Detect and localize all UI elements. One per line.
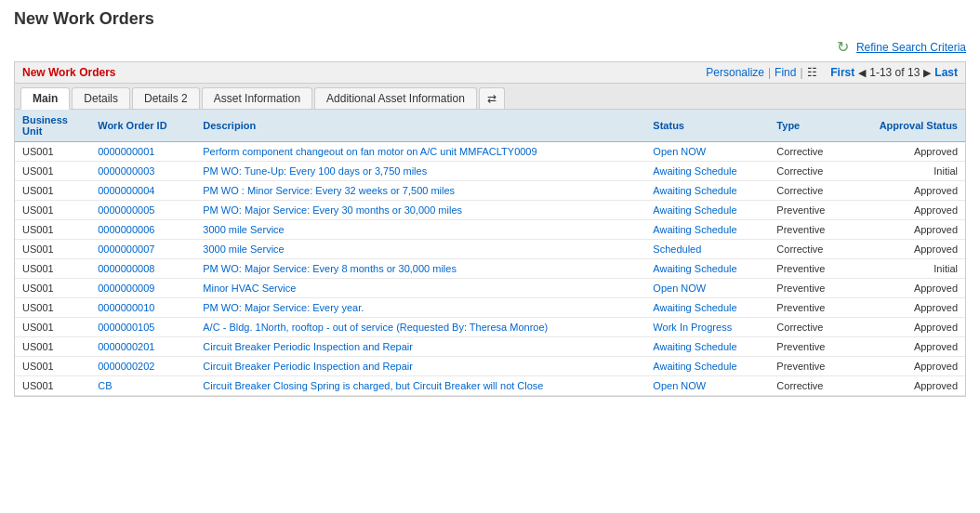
table-row: US0010000000201Circuit Breaker Periodic … — [15, 337, 965, 357]
description-link[interactable]: PM WO: Major Service: Every year. — [203, 302, 364, 313]
cell-type: Corrective — [769, 240, 848, 259]
grid-icon[interactable]: ☷ — [807, 66, 817, 79]
cell-description[interactable]: PM WO: Tune-Up: Every 100 days or 3,750 … — [195, 162, 645, 181]
work-order-id-link[interactable]: 0000000004 — [98, 185, 154, 196]
tab-asset-information[interactable]: Asset Information — [202, 87, 312, 109]
tab-additional-asset-information[interactable]: Additional Asset Information — [314, 87, 477, 109]
table-row: US0010000000009Minor HVAC ServiceOpen NO… — [15, 279, 965, 298]
table-row: US0010000000003PM WO: Tune-Up: Every 100… — [15, 162, 965, 181]
cell-type: Preventive — [769, 298, 848, 318]
work-order-id-link[interactable]: 0000000008 — [98, 263, 154, 274]
tab-details[interactable]: Details — [72, 87, 130, 109]
cell-status: Open NOW — [645, 279, 769, 298]
tab-icon[interactable]: ⇄ — [479, 87, 505, 109]
table-row: US0010000000008PM WO: Major Service: Eve… — [15, 259, 965, 279]
last-link[interactable]: Last — [934, 66, 958, 79]
col-header-description: Descripion — [195, 110, 645, 142]
description-link[interactable]: Circuit Breaker Periodic Inspection and … — [203, 341, 413, 352]
col-header-work-order-id: Work Order ID — [90, 110, 195, 142]
cell-type: Corrective — [769, 142, 848, 162]
work-order-id-link[interactable]: 0000000003 — [98, 165, 154, 177]
cell-description[interactable]: PM WO: Major Service: Every year. — [195, 298, 645, 318]
cell-description[interactable]: Circuit Breaker Closing Spring is charge… — [195, 376, 645, 396]
grid-container: New Work Orders Personalize | Find | ☷ F… — [14, 61, 966, 397]
refine-search-link[interactable]: Refine Search Criteria — [856, 41, 966, 54]
table-row: US001CBCircuit Breaker Closing Spring is… — [15, 376, 965, 396]
cell-work-order-id[interactable]: 0000000201 — [90, 337, 195, 357]
cell-description[interactable]: A/C - Bldg. 1North, rooftop - out of ser… — [195, 318, 645, 337]
cell-work-order-id[interactable]: 0000000105 — [90, 318, 195, 337]
cell-description[interactable]: PM WO: Major Service: Every 30 months or… — [195, 201, 645, 220]
cell-work-order-id[interactable]: 0000000003 — [90, 162, 195, 181]
cell-work-order-id[interactable]: 0000000202 — [90, 357, 195, 376]
cell-work-order-id[interactable]: 0000000009 — [90, 279, 195, 298]
cell-work-order-id[interactable]: 0000000005 — [90, 201, 195, 220]
cell-work-order-id[interactable]: 0000000007 — [90, 240, 195, 259]
cell-description[interactable]: Perform component changeout on fan motor… — [195, 142, 645, 162]
cell-description[interactable]: PM WO: Major Service: Every 8 months or … — [195, 259, 645, 279]
description-link[interactable]: Circuit Breaker Periodic Inspection and … — [203, 361, 413, 372]
cell-work-order-id[interactable]: 0000000008 — [90, 259, 195, 279]
cell-work-order-id[interactable]: 0000000001 — [90, 142, 195, 162]
cell-status: Open NOW — [645, 376, 769, 396]
description-link[interactable]: Perform component changeout on fan motor… — [203, 146, 536, 157]
description-link[interactable]: 3000 mile Service — [203, 243, 284, 255]
description-link[interactable]: 3000 mile Service — [203, 224, 284, 235]
work-order-id-link[interactable]: 0000000007 — [98, 243, 154, 255]
description-link[interactable]: A/C - Bldg. 1North, rooftop - out of ser… — [203, 322, 548, 333]
cell-approval-status: Approved — [848, 337, 965, 357]
cell-work-order-id[interactable]: 0000000006 — [90, 220, 195, 240]
cell-type: Corrective — [769, 376, 848, 396]
table-row: US00100000000073000 mile ServiceSchedule… — [15, 240, 965, 259]
work-order-id-link[interactable]: 0000000006 — [98, 224, 154, 235]
cell-type: Preventive — [769, 201, 848, 220]
work-order-id-link[interactable]: CB — [98, 380, 112, 391]
work-order-id-link[interactable]: 0000000105 — [98, 322, 154, 333]
work-order-id-link[interactable]: 0000000010 — [98, 302, 154, 313]
find-link[interactable]: Find — [775, 66, 796, 79]
cell-description[interactable]: Circuit Breaker Periodic Inspection and … — [195, 337, 645, 357]
cell-description[interactable]: PM WO : Minor Service: Every 32 weeks or… — [195, 181, 645, 201]
first-link[interactable]: First — [830, 66, 854, 79]
table-row: US0010000000010PM WO: Major Service: Eve… — [15, 298, 965, 318]
cell-description[interactable]: Minor HVAC Service — [195, 279, 645, 298]
table-row: US0010000000004PM WO : Minor Service: Ev… — [15, 181, 965, 201]
work-order-id-link[interactable]: 0000000201 — [98, 341, 154, 352]
cell-status: Awaiting Schedule — [645, 162, 769, 181]
cell-status: Awaiting Schedule — [645, 201, 769, 220]
cell-status: Open NOW — [645, 142, 769, 162]
cell-business-unit: US001 — [15, 318, 90, 337]
cell-description[interactable]: 3000 mile Service — [195, 220, 645, 240]
cell-approval-status: Approved — [848, 357, 965, 376]
description-link[interactable]: PM WO: Major Service: Every 30 months or… — [203, 204, 462, 216]
work-order-id-link[interactable]: 0000000202 — [98, 361, 154, 372]
refresh-icon[interactable]: ↻ — [837, 38, 849, 56]
cell-status: Awaiting Schedule — [645, 298, 769, 318]
personalize-link[interactable]: Personalize — [706, 66, 764, 79]
work-orders-table: BusinessUnit Work Order ID Descripion St… — [15, 110, 965, 396]
cell-approval-status: Approved — [848, 220, 965, 240]
cell-approval-status: Initial — [848, 162, 965, 181]
cell-approval-status: Approved — [848, 240, 965, 259]
cell-work-order-id[interactable]: 0000000004 — [90, 181, 195, 201]
page-title: New Work Orders — [14, 9, 966, 29]
cell-work-order-id[interactable]: CB — [90, 376, 195, 396]
work-order-id-link[interactable]: 0000000001 — [98, 146, 154, 157]
work-order-id-link[interactable]: 0000000005 — [98, 204, 154, 216]
cell-description[interactable]: Circuit Breaker Periodic Inspection and … — [195, 357, 645, 376]
prev-arrow[interactable]: ◀ — [858, 67, 866, 79]
cell-approval-status: Approved — [848, 318, 965, 337]
description-link[interactable]: PM WO: Tune-Up: Every 100 days or 3,750 … — [203, 165, 427, 177]
tab-main[interactable]: Main — [20, 87, 70, 110]
description-link[interactable]: PM WO: Major Service: Every 8 months or … — [203, 263, 457, 274]
cell-work-order-id[interactable]: 0000000010 — [90, 298, 195, 318]
description-link[interactable]: PM WO : Minor Service: Every 32 weeks or… — [203, 185, 455, 196]
next-arrow[interactable]: ▶ — [923, 67, 931, 79]
description-link[interactable]: Minor HVAC Service — [203, 283, 296, 294]
cell-business-unit: US001 — [15, 181, 90, 201]
cell-description[interactable]: 3000 mile Service — [195, 240, 645, 259]
work-order-id-link[interactable]: 0000000009 — [98, 283, 154, 294]
tab-details2[interactable]: Details 2 — [132, 87, 200, 109]
cell-approval-status: Approved — [848, 298, 965, 318]
description-link[interactable]: Circuit Breaker Closing Spring is charge… — [203, 380, 543, 391]
